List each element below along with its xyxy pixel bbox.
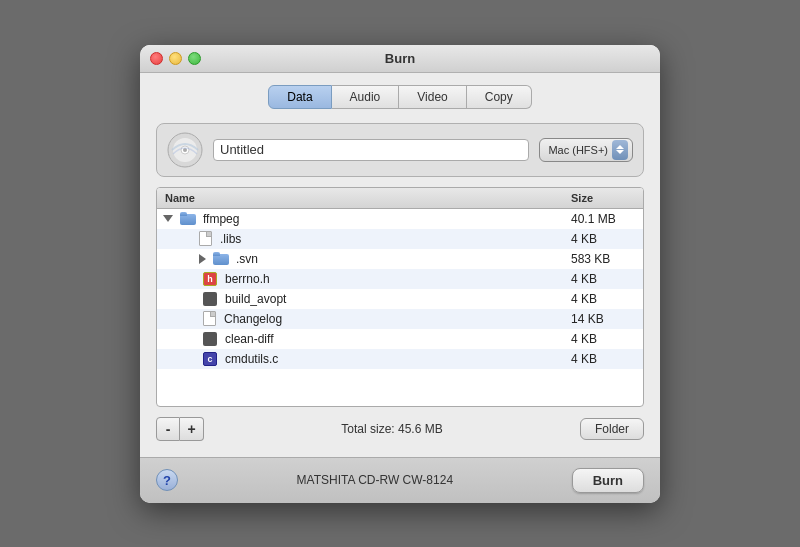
add-button[interactable]: + xyxy=(180,417,204,441)
col-name-header: Name xyxy=(157,190,563,206)
folder-button[interactable]: Folder xyxy=(580,418,644,440)
table-row[interactable]: clean-diff 4 KB xyxy=(157,329,643,349)
tab-video[interactable]: Video xyxy=(399,85,466,109)
file-name: berrno.h xyxy=(225,272,270,286)
close-button[interactable] xyxy=(150,52,163,65)
file-name-cell: ffmpeg xyxy=(157,211,563,227)
expand-closed-icon xyxy=(199,254,206,264)
table-row[interactable]: .svn 583 KB xyxy=(157,249,643,269)
file-name-cell: .libs xyxy=(157,230,563,247)
content-area: Data Audio Video Copy Mac (HFS+) xyxy=(140,73,660,457)
file-list-scroll[interactable]: ffmpeg 40.1 MB .libs 4 KB xyxy=(157,209,643,406)
remove-button[interactable]: - xyxy=(156,417,180,441)
file-size: 40.1 MB xyxy=(563,211,643,227)
folder-icon xyxy=(180,212,196,225)
traffic-lights xyxy=(150,52,201,65)
file-name-cell: h berrno.h xyxy=(157,271,563,287)
tab-audio[interactable]: Audio xyxy=(332,85,400,109)
exec-icon xyxy=(203,292,217,306)
table-row[interactable]: h berrno.h 4 KB xyxy=(157,269,643,289)
file-name: clean-diff xyxy=(225,332,273,346)
help-button[interactable]: ? xyxy=(156,469,178,491)
file-list-header: Name Size xyxy=(157,188,643,209)
file-size: 4 KB xyxy=(563,271,643,287)
c-file-icon: c xyxy=(203,352,217,366)
exec-icon xyxy=(203,332,217,346)
tab-copy[interactable]: Copy xyxy=(467,85,532,109)
disc-name-input[interactable] xyxy=(213,139,529,161)
file-size: 4 KB xyxy=(563,231,643,247)
burn-button[interactable]: Burn xyxy=(572,468,644,493)
format-arrow-icon xyxy=(612,140,628,160)
main-window: Burn Data Audio Video Copy xyxy=(140,45,660,503)
format-select[interactable]: Mac (HFS+) xyxy=(539,138,633,162)
file-size: 583 KB xyxy=(563,251,643,267)
tab-bar: Data Audio Video Copy xyxy=(156,85,644,109)
file-name: .libs xyxy=(220,232,241,246)
maximize-button[interactable] xyxy=(188,52,201,65)
tab-data[interactable]: Data xyxy=(268,85,331,109)
file-name-cell: Changelog xyxy=(157,310,563,327)
file-name-cell: .svn xyxy=(157,251,563,267)
file-icon xyxy=(203,311,216,326)
file-name-cell: build_avopt xyxy=(157,291,563,307)
expand-open-icon xyxy=(163,215,173,222)
h-file-icon: h xyxy=(203,272,217,286)
file-size: 4 KB xyxy=(563,331,643,347)
table-row[interactable]: .libs 4 KB xyxy=(157,229,643,249)
add-remove-buttons: - + xyxy=(156,417,204,441)
table-row[interactable]: build_avopt 4 KB xyxy=(157,289,643,309)
file-size: 4 KB xyxy=(563,351,643,367)
file-icon xyxy=(199,231,212,246)
file-size: 14 KB xyxy=(563,311,643,327)
folder-icon xyxy=(213,252,229,265)
file-name: ffmpeg xyxy=(203,212,239,226)
drive-name: MATSHITA CD-RW CW-8124 xyxy=(297,473,453,487)
col-size-header: Size xyxy=(563,190,643,206)
minimize-button[interactable] xyxy=(169,52,182,65)
file-name: cmdutils.c xyxy=(225,352,278,366)
file-name-cell: c cmdutils.c xyxy=(157,351,563,367)
total-size-label: Total size: 45.6 MB xyxy=(341,422,442,436)
file-name: build_avopt xyxy=(225,292,286,306)
disc-icon xyxy=(167,132,203,168)
table-row[interactable]: Changelog 14 KB xyxy=(157,309,643,329)
table-row[interactable]: ffmpeg 40.1 MB xyxy=(157,209,643,229)
file-name: .svn xyxy=(236,252,258,266)
format-label: Mac (HFS+) xyxy=(548,144,608,156)
table-row[interactable]: c cmdutils.c 4 KB xyxy=(157,349,643,369)
file-size: 4 KB xyxy=(563,291,643,307)
status-bar: ? MATSHITA CD-RW CW-8124 Burn xyxy=(140,457,660,503)
file-name-cell: clean-diff xyxy=(157,331,563,347)
file-name: Changelog xyxy=(224,312,282,326)
window-title: Burn xyxy=(385,51,415,66)
file-list-container: Name Size ffmpeg 40.1 MB xyxy=(156,187,644,407)
disc-section: Mac (HFS+) xyxy=(156,123,644,177)
bottom-bar: - + Total size: 45.6 MB Folder xyxy=(156,417,644,441)
title-bar: Burn xyxy=(140,45,660,73)
